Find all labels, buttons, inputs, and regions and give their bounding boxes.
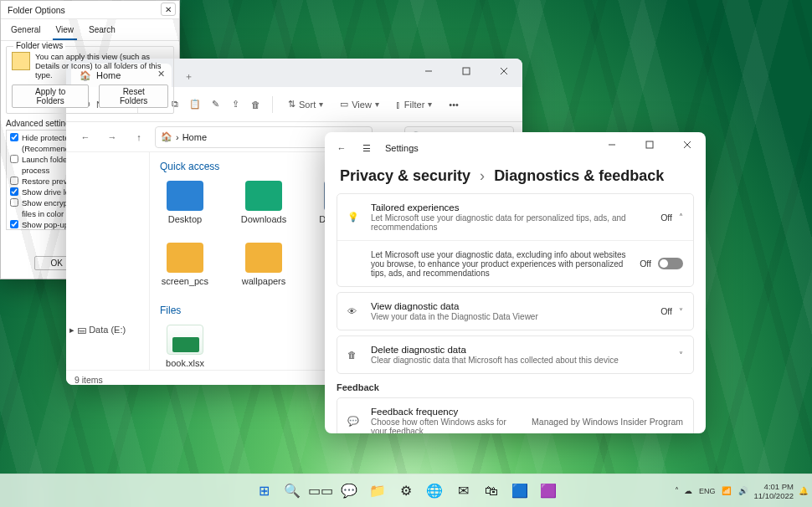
taskbar-clock[interactable]: 4:01 PM 11/10/2022 <box>753 482 794 500</box>
language-indicator[interactable]: ENG <box>699 487 716 495</box>
view-icon: ▭ <box>340 99 348 110</box>
volume-tray-icon[interactable]: 🔊 <box>738 486 748 495</box>
nav-back-button[interactable]: ← <box>75 126 96 148</box>
delete-button[interactable]: 🗑 <box>249 98 262 111</box>
paste-button[interactable]: 📋 <box>188 98 202 111</box>
tray-overflow-button[interactable]: ˄ <box>675 486 679 495</box>
settings-window: ← ☰ Settings Privacy & security › Diagno… <box>325 132 706 433</box>
chevron-down-icon: ˅ <box>679 351 683 360</box>
dialog-close-button[interactable]: ✕ <box>161 3 176 16</box>
new-tab-button[interactable]: ＋ <box>177 65 200 87</box>
taskbar: ⊞ 🔍 ▭▭ 💬 📁 ⚙ 🌐 ✉ 🛍 🟦 🟪 ˄ ☁ ENG 📶 🔊 4:01 … <box>0 474 812 507</box>
start-button[interactable]: ⊞ <box>252 479 275 503</box>
breadcrumb-root: Home <box>182 132 207 142</box>
feedback-frequency-card[interactable]: 💬 Feedback frequency Choose how often Wi… <box>337 397 694 433</box>
onedrive-tray-icon[interactable]: ☁ <box>684 486 692 495</box>
chat-icon: 💬 <box>347 416 362 427</box>
explorer-minimize-button[interactable] <box>409 59 447 84</box>
nav-up-button[interactable]: ↑ <box>128 126 150 148</box>
notifications-button[interactable]: 🔔 <box>799 486 809 495</box>
reset-folders-button[interactable]: Reset Folders <box>99 84 168 108</box>
file-item[interactable]: book.xlsx <box>160 325 210 368</box>
breadcrumb-current: Diagnostics & feedback <box>494 167 664 184</box>
trash-icon: 🗑 <box>347 350 362 360</box>
folder-item[interactable]: Desktop <box>160 181 210 224</box>
more-button[interactable]: ••• <box>444 96 464 113</box>
chat-button[interactable]: 💬 <box>337 479 361 503</box>
app-taskbar-icon[interactable]: 🟦 <box>508 479 532 503</box>
dialog-tabs: General View Search <box>1 19 179 41</box>
settings-taskbar-icon[interactable]: ⚙ <box>394 479 418 503</box>
delete-diagnostic-card[interactable]: 🗑 Delete diagnostic data Clear diagnosti… <box>337 335 694 374</box>
view-diagnostic-card[interactable]: 👁 View diagnostic data View your data in… <box>337 292 694 330</box>
explorer-taskbar-icon[interactable]: 📁 <box>366 479 389 503</box>
wifi-tray-icon[interactable]: 📶 <box>722 486 732 495</box>
sort-icon: ⇅ <box>288 99 296 110</box>
store-taskbar-icon[interactable]: 🛍 <box>480 479 503 503</box>
folder-item[interactable]: wallpapers <box>239 243 289 286</box>
explorer-maximize-button[interactable] <box>447 59 485 84</box>
bulb-icon: 💡 <box>347 212 362 223</box>
status-item-count: 9 items <box>75 375 103 385</box>
tailored-toggle[interactable] <box>658 258 683 269</box>
explorer-sidebar[interactable]: ▸ 🖴 Data (E:) <box>66 152 150 370</box>
filter-button[interactable]: ⫿ Filter ▾ <box>391 96 437 113</box>
tab-view[interactable]: View <box>53 23 78 40</box>
apply-to-folders-button[interactable]: Apply to Folders <box>12 84 89 108</box>
home-icon: 🏠 <box>161 131 172 142</box>
settings-breadcrumb: Privacy & security › Diagnostics & feedb… <box>325 164 706 193</box>
explorer-close-button[interactable] <box>485 59 522 84</box>
settings-app-title: Settings <box>385 143 419 153</box>
dialog-title: Folder Options <box>8 5 65 15</box>
tab-search[interactable]: Search <box>85 23 119 40</box>
folder-item[interactable]: screen_pcs <box>160 243 210 286</box>
taskbar-search-button[interactable]: 🔍 <box>280 479 304 503</box>
task-view-button[interactable]: ▭▭ <box>309 479 332 503</box>
view-button[interactable]: ▭ View ▾ <box>335 95 384 113</box>
chevron-up-icon: ˄ <box>679 213 683 222</box>
svg-rect-1 <box>463 68 470 74</box>
feedback-heading: Feedback <box>337 382 694 392</box>
nav-forward-button[interactable]: → <box>101 126 123 148</box>
dialog-titlebar[interactable]: Folder Options ✕ <box>1 1 179 19</box>
breadcrumb-parent[interactable]: Privacy & security <box>340 167 470 184</box>
sidebar-item-data-e[interactable]: Data (E:) <box>89 325 126 335</box>
app2-taskbar-icon[interactable]: 🟪 <box>537 479 560 503</box>
folder-views-group: Folder views You can apply this view (su… <box>6 46 174 114</box>
sort-button[interactable]: ⇅ Sort ▾ <box>283 95 328 113</box>
settings-menu-button[interactable]: ☰ <box>360 141 373 155</box>
mail-taskbar-icon[interactable]: ✉ <box>451 479 475 503</box>
settings-back-button[interactable]: ← <box>335 141 348 155</box>
rename-button[interactable]: ✎ <box>208 98 222 111</box>
chevron-down-icon: ˅ <box>679 307 683 316</box>
folder-icon <box>12 52 30 70</box>
folder-item[interactable]: Downloads <box>239 181 289 224</box>
tab-general[interactable]: General <box>8 23 44 40</box>
tailored-experiences-card[interactable]: 💡 Tailored experiences Let Microsoft use… <box>337 193 694 287</box>
filter-icon: ⫿ <box>396 100 401 110</box>
share-button[interactable]: ⇪ <box>229 98 242 111</box>
edge-taskbar-icon[interactable]: 🌐 <box>423 479 446 503</box>
eye-icon: 👁 <box>347 306 362 316</box>
